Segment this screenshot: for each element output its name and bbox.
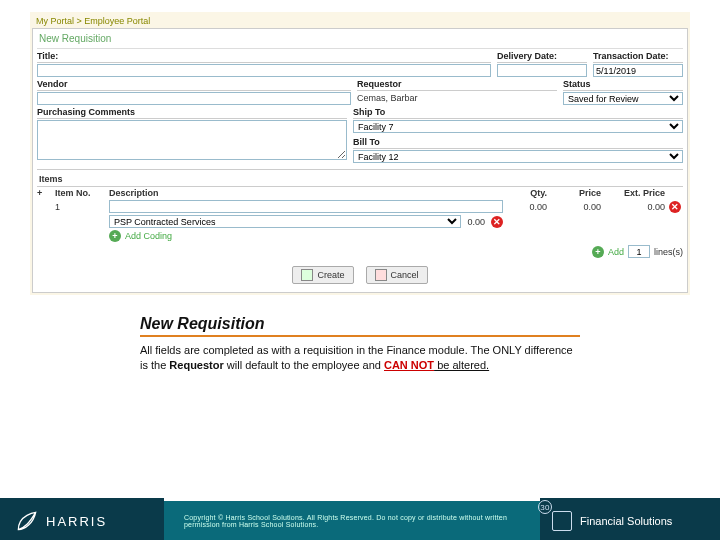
billto-label: Bill To [353, 137, 683, 149]
financial-solutions-block: Financial Solutions [540, 498, 720, 540]
panel-title: New Requisition [37, 31, 683, 49]
slide-text: New Requisition All fields are completed… [120, 315, 600, 373]
items-header: Items [37, 169, 683, 187]
brand-name: HARRIS [46, 514, 107, 529]
create-icon [301, 269, 313, 281]
add-link[interactable]: Add [608, 247, 624, 257]
brand-logo: HARRIS [0, 498, 164, 540]
copyright-bar: Copyright © Harris School Solutions. All… [164, 501, 540, 540]
breadcrumb[interactable]: My Portal > Employee Portal [32, 14, 688, 28]
item-qty: 0.00 [507, 202, 547, 212]
purchasing-comments-label: Purchasing Comments [37, 107, 347, 119]
transaction-date-input[interactable] [593, 64, 683, 77]
add-line-icon[interactable]: + [592, 246, 604, 258]
col-price: Price [551, 188, 601, 198]
delete-row-icon[interactable]: ✕ [669, 201, 681, 213]
item-price: 0.00 [551, 202, 601, 212]
purchasing-comments-input[interactable] [37, 120, 347, 160]
title-input[interactable] [37, 64, 491, 77]
add-coding-link[interactable]: Add Coding [125, 231, 172, 241]
item-ext: 0.00 [605, 202, 665, 212]
vendor-input[interactable] [37, 92, 351, 105]
requisition-form: My Portal > Employee Portal New Requisit… [30, 12, 690, 295]
col-ext: Ext. Price [605, 188, 665, 198]
col-desc: Description [109, 188, 503, 198]
col-qty: Qty. [507, 188, 547, 198]
col-itemno: Item No. [55, 188, 105, 198]
delivery-date-input[interactable] [497, 64, 587, 77]
page-number: 30 [535, 500, 552, 514]
desc-type-select[interactable]: PSP Contracted Services [109, 215, 461, 228]
billto-select[interactable]: Facility 12 [353, 150, 683, 163]
vendor-label: Vendor [37, 79, 351, 91]
transaction-date-label: Transaction Date: [593, 51, 683, 63]
fs-icon [552, 511, 572, 531]
add-line-qty-input[interactable] [628, 245, 650, 258]
add-coding-icon[interactable]: + [109, 230, 121, 242]
footer: HARRIS Copyright © Harris School Solutio… [0, 498, 720, 540]
shipto-select[interactable]: Facility 7 [353, 120, 683, 133]
delete-desc-icon[interactable]: ✕ [491, 216, 503, 228]
requestor-label: Requestor [357, 79, 557, 91]
requestor-value: Cemas, Barbar [357, 92, 557, 103]
col-expand: + [37, 188, 51, 198]
item-number: 1 [55, 202, 105, 212]
title-label: Title: [37, 51, 491, 63]
create-button[interactable]: Create [292, 266, 353, 284]
lines-label: lines(s) [654, 247, 683, 257]
item-desc-input[interactable] [109, 200, 503, 213]
desc-amount: 0.00 [467, 217, 485, 227]
cancel-icon [375, 269, 387, 281]
item-row: 1 0.00 0.00 0.00 ✕ [37, 199, 683, 214]
status-label: Status [563, 79, 683, 91]
leaf-icon [14, 508, 40, 534]
delivery-date-label: Delivery Date: [497, 51, 587, 63]
slide-body: All fields are completed as with a requi… [140, 343, 580, 373]
cancel-button[interactable]: Cancel [366, 266, 428, 284]
status-select[interactable]: Saved for Review [563, 92, 683, 105]
slide-heading: New Requisition [140, 315, 580, 337]
shipto-label: Ship To [353, 107, 683, 119]
